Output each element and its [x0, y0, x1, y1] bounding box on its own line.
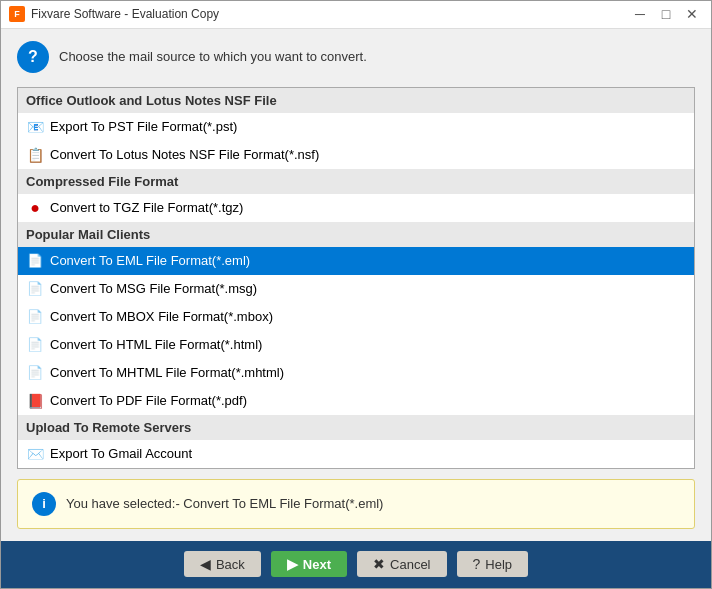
item-icon: ●	[26, 199, 44, 217]
item-label: Export To Gmail Account	[50, 446, 192, 461]
cancel-icon: ✖	[373, 556, 385, 572]
list-item[interactable]: 📋Convert To Lotus Notes NSF File Format(…	[18, 141, 694, 169]
main-window: F Fixvare Software - Evaluation Copy ─ □…	[0, 0, 712, 589]
item-icon: 📄	[26, 308, 44, 326]
item-label: Convert To HTML File Format(*.html)	[50, 337, 262, 352]
group-header: Compressed File Format	[18, 169, 694, 194]
window-controls: ─ □ ✕	[629, 3, 703, 25]
item-label: Convert To PDF File Format(*.pdf)	[50, 393, 247, 408]
item-label: Convert to TGZ File Format(*.tgz)	[50, 200, 243, 215]
close-button[interactable]: ✕	[681, 3, 703, 25]
app-icon: F	[9, 6, 25, 22]
list-item[interactable]: ●Convert to TGZ File Format(*.tgz)	[18, 194, 694, 222]
next-label: Next	[303, 557, 331, 572]
group-header: Office Outlook and Lotus Notes NSF File	[18, 88, 694, 113]
list-item[interactable]: 📄Convert To HTML File Format(*.html)	[18, 331, 694, 359]
cancel-label: Cancel	[390, 557, 430, 572]
item-icon: 📄	[26, 280, 44, 298]
back-icon: ◀	[200, 556, 211, 572]
status-box: i You have selected:- Convert To EML Fil…	[17, 479, 695, 529]
maximize-button[interactable]: □	[655, 3, 677, 25]
item-icon: ✉️	[26, 445, 44, 463]
group-header: Popular Mail Clients	[18, 222, 694, 247]
back-label: Back	[216, 557, 245, 572]
item-icon: 📄	[26, 252, 44, 270]
header-instruction: Choose the mail source to which you want…	[59, 49, 367, 64]
back-button[interactable]: ◀ Back	[184, 551, 261, 577]
group-header: Upload To Remote Servers	[18, 415, 694, 440]
item-label: Convert To MSG File Format(*.msg)	[50, 281, 257, 296]
item-icon: 📄	[26, 364, 44, 382]
format-list[interactable]: Office Outlook and Lotus Notes NSF File📧…	[17, 87, 695, 469]
status-text: You have selected:- Convert To EML File …	[66, 496, 383, 511]
header-icon: ?	[17, 41, 49, 73]
item-icon: 📕	[26, 392, 44, 410]
list-item[interactable]: 📧Export To PST File Format(*.pst)	[18, 113, 694, 141]
item-label: Convert To MHTML File Format(*.mhtml)	[50, 365, 284, 380]
help-label: Help	[485, 557, 512, 572]
list-item[interactable]: 📄Convert To MHTML File Format(*.mhtml)	[18, 359, 694, 387]
footer: ◀ Back ▶ Next ✖ Cancel ? Help	[1, 541, 711, 589]
item-label: Convert To MBOX File Format(*.mbox)	[50, 309, 273, 324]
list-item[interactable]: 📕Convert To PDF File Format(*.pdf)	[18, 387, 694, 415]
item-icon: 📄	[26, 336, 44, 354]
help-icon: ?	[473, 556, 481, 572]
list-item[interactable]: 📄Convert To EML File Format(*.eml)	[18, 247, 694, 275]
item-icon: 📧	[26, 118, 44, 136]
list-item[interactable]: ✉️Export To Gmail Account	[18, 440, 694, 468]
main-content: ? Choose the mail source to which you wa…	[1, 29, 711, 541]
list-item[interactable]: 📄Convert To MSG File Format(*.msg)	[18, 275, 694, 303]
title-bar: F Fixvare Software - Evaluation Copy ─ □…	[1, 1, 711, 29]
list-item[interactable]: 📄Convert To MBOX File Format(*.mbox)	[18, 303, 694, 331]
item-label: Convert To EML File Format(*.eml)	[50, 253, 250, 268]
status-icon: i	[32, 492, 56, 516]
next-button[interactable]: ▶ Next	[271, 551, 347, 577]
next-icon: ▶	[287, 556, 298, 572]
cancel-button[interactable]: ✖ Cancel	[357, 551, 446, 577]
item-icon: 📋	[26, 146, 44, 164]
header-row: ? Choose the mail source to which you wa…	[17, 41, 695, 77]
minimize-button[interactable]: ─	[629, 3, 651, 25]
item-label: Convert To Lotus Notes NSF File Format(*…	[50, 147, 319, 162]
item-label: Export To PST File Format(*.pst)	[50, 119, 237, 134]
help-button[interactable]: ? Help	[457, 551, 529, 577]
window-title: Fixvare Software - Evaluation Copy	[31, 7, 629, 21]
